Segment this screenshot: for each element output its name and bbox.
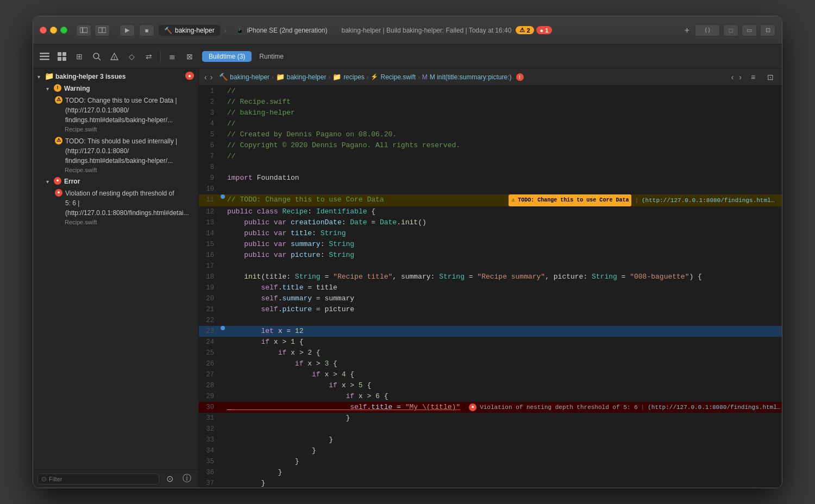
code-line-11: 11 // TODO: Change this to use Core Data… <box>199 194 782 206</box>
breadcrumb-forward[interactable]: › <box>209 73 214 81</box>
bc-file-icon: ⚡ <box>371 73 378 80</box>
error-icon: ● <box>540 27 544 34</box>
code-editor[interactable]: 1 // 2 // Recipe.swift 3 // baking-helpe… <box>199 86 782 488</box>
bc-method[interactable]: M init(title:summary:picture:) <box>430 73 512 81</box>
line-code-35: } <box>227 456 782 467</box>
diamond-icon[interactable]: ◇ <box>124 49 139 64</box>
line-num-21: 21 <box>199 304 218 315</box>
line-code-33: } <box>227 434 782 445</box>
runtime-tab[interactable]: Runtime <box>253 51 290 62</box>
ann-link-11[interactable]: (http://127.0.0.1:8080/findings.html#det… <box>642 195 778 206</box>
search-icon[interactable] <box>90 49 104 64</box>
bc-method-icon: M <box>422 73 428 81</box>
grid-icon[interactable] <box>55 49 69 64</box>
back-forward-button[interactable]: ⟨⟩ <box>695 24 720 36</box>
minimize-button[interactable] <box>50 27 57 34</box>
line-code-23: let x = 12 <box>227 326 782 337</box>
code-line-16: 16 public var picture: String <box>199 250 782 261</box>
code-line-8: 8 <box>199 162 782 173</box>
sidebar-toggle-button[interactable] <box>76 24 91 36</box>
filter-input-wrap: ⊙ <box>37 474 159 484</box>
link-icon[interactable]: ⇄ <box>142 49 156 64</box>
diff-icon[interactable]: ⊠ <box>183 49 197 64</box>
bc-subfolder[interactable]: recipes <box>343 73 365 81</box>
sort-icon[interactable]: ⊙ <box>162 472 177 486</box>
tree-root-item[interactable]: ▾ 📁 baking-helper 3 issues ● <box>33 71 198 83</box>
line-num-22: 22 <box>199 315 218 326</box>
line-code-19: self.title = title <box>227 282 782 293</box>
svg-rect-1 <box>83 28 87 33</box>
warning-badge[interactable]: ⚠ 2 <box>516 26 534 34</box>
line-code-12: public class Recipe: Identifiable { <box>227 206 782 217</box>
device-tab[interactable]: 📱 iPhone SE (2nd generation) <box>230 25 333 36</box>
error-item-1[interactable]: ● Violation of nesting depth threshold o… <box>33 187 198 228</box>
line-code-1: // <box>227 86 782 97</box>
split-view-button[interactable] <box>95 24 110 36</box>
line-num-1: 1 <box>199 86 218 97</box>
buildtime-tab[interactable]: Buildtime (3) <box>202 51 252 62</box>
ann-link-30[interactable]: (http://127.0.0.1:8080/findings.html#det… <box>648 402 782 413</box>
close-button[interactable] <box>40 27 47 34</box>
line-code-37: } <box>227 478 782 488</box>
bc-project[interactable]: baking-helper <box>230 73 269 81</box>
view-split-button[interactable]: ▭ <box>742 24 757 36</box>
titlebar-right: + ⟨⟩ □ ▭ ⊡ <box>682 24 775 36</box>
error-count: 1 <box>545 27 548 34</box>
run-button[interactable]: ▶ <box>120 24 135 36</box>
line-code-18: init(title: String = "Recipe title", sum… <box>227 272 782 282</box>
code-line-13: 13 public var creationDate: Date = Date.… <box>199 217 782 228</box>
project-tab[interactable]: 🔨 baking-helper <box>159 25 220 36</box>
warn2-filename: Recipe.swift <box>65 166 97 175</box>
warning-item-1[interactable]: ⚠ TODO: Change this to use Core Data | (… <box>33 94 198 135</box>
bc-list-view[interactable]: ≡ <box>746 70 760 84</box>
line-num-20: 20 <box>199 293 218 304</box>
warning-nav-icon[interactable]: ! <box>107 49 121 64</box>
bc-file[interactable]: Recipe.swift <box>380 73 416 81</box>
left-panel: ▾ 📁 baking-helper 3 issues ● ▾ ! Warning <box>33 68 199 488</box>
warning-group-item[interactable]: ▾ ! Warning <box>33 83 198 94</box>
line-num-37: 37 <box>199 478 218 488</box>
bc-split-view[interactable]: ⊡ <box>763 70 778 84</box>
device-tab-label: iPhone SE (2nd generation) <box>247 27 327 34</box>
view-toggle-button[interactable]: □ <box>723 24 738 36</box>
traffic-lights <box>40 27 67 34</box>
warning-item-2[interactable]: ⚠ TODO: This should be used internally |… <box>33 135 198 176</box>
bc-prev-issue[interactable]: ‹ <box>730 73 735 81</box>
bc-error-indicator[interactable]: ! <box>516 73 524 81</box>
line-num-5: 5 <box>199 129 218 140</box>
bc-folder[interactable]: baking-helper <box>287 73 327 81</box>
navigator-icon[interactable] <box>37 49 52 64</box>
code-line-7: 7 // <box>199 151 782 162</box>
error-group-item[interactable]: ▾ ● Error <box>33 175 198 187</box>
line-code-25: if x > 2 { <box>227 348 782 358</box>
list-icon[interactable]: ≣ <box>165 49 179 64</box>
issue-tree: ▾ 📁 baking-helper 3 issues ● ▾ ! Warning <box>33 68 198 469</box>
line-num-23: 23 <box>199 326 218 337</box>
code-line-20: 20 self.summary = summary <box>199 293 782 304</box>
code-line-35: 35 } <box>199 456 782 467</box>
breadcrumb-actions: ‹ › ≡ ⊡ <box>730 70 778 84</box>
maximize-button[interactable] <box>60 27 67 34</box>
main-layout: ▾ 📁 baking-helper 3 issues ● ▾ ! Warning <box>33 68 782 488</box>
error-badge[interactable]: ● 1 <box>536 26 553 34</box>
separator <box>160 51 161 62</box>
add-tab-button[interactable]: + <box>682 24 692 36</box>
line-num-33: 33 <box>199 434 218 445</box>
line-num-25: 25 <box>199 348 218 358</box>
filter-input[interactable] <box>49 476 155 482</box>
bc-next-issue[interactable]: › <box>738 73 743 81</box>
code-line-24: 24 if x > 1 { <box>199 337 782 348</box>
line-num-10: 10 <box>199 184 218 194</box>
view-grid-button[interactable]: ⊡ <box>760 24 775 36</box>
code-line-9: 9 import Foundation <box>199 173 782 184</box>
line-num-17: 17 <box>199 261 218 272</box>
info-icon[interactable]: ⓘ <box>180 472 194 486</box>
project-tab-label: baking-helper <box>175 27 215 34</box>
stop-button[interactable]: ■ <box>139 24 154 36</box>
line-ann-11: ⚠ TODO: Change this to use Core Data | (… <box>504 194 782 206</box>
line-num-28: 28 <box>199 380 218 391</box>
hierarchy-icon[interactable]: ⊞ <box>72 49 86 64</box>
ann-sep-30: | <box>641 402 645 413</box>
breadcrumb-back[interactable]: ‹ <box>203 73 208 81</box>
line-code-9: import Foundation <box>227 173 782 184</box>
